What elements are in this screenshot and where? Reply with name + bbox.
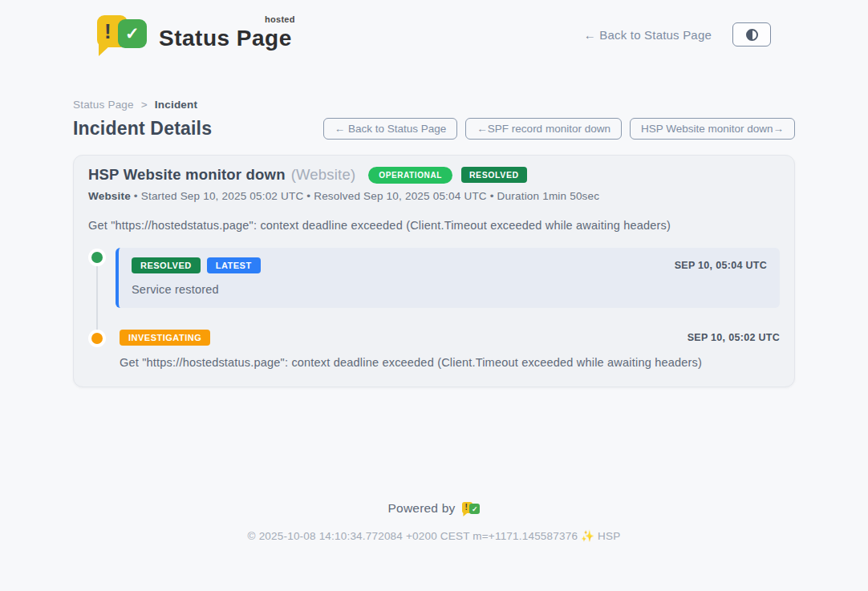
breadcrumb-separator: > — [141, 99, 148, 111]
mini-logo-bubble-tail — [463, 512, 468, 516]
theme-toggle-icon — [746, 29, 758, 41]
investigating-badge: INVESTIGATING — [120, 330, 210, 346]
operational-badge: OPERATIONAL — [368, 167, 452, 184]
timeline-entry-plain: INVESTIGATING SEP 10, 05:02 UTC Get "htt… — [116, 329, 780, 369]
resolved-badge: RESOLVED — [132, 257, 201, 273]
timeline-entry-header: RESOLVED LATEST SEP 10, 05:04 UTC — [132, 257, 767, 273]
incident-meta: Website • Started Sep 10, 2025 05:02 UTC… — [88, 190, 780, 202]
exclamation-icon: ! — [104, 19, 112, 44]
breadcrumb-incident: Incident — [155, 99, 197, 111]
status-page-logo-icon: ! ✓ — [97, 14, 148, 55]
incident-meta-details: • Started Sep 10, 2025 05:02 UTC • Resol… — [131, 190, 599, 202]
timeline-entry-message: Service restored — [132, 283, 767, 296]
header-back-link[interactable]: ← Back to Status Page — [584, 28, 712, 42]
mini-exclamation-icon: ! — [464, 503, 468, 512]
title-row: Incident Details ← Back to Status Page ←… — [73, 118, 795, 140]
timeline-entry-badges: INVESTIGATING — [120, 330, 210, 346]
timeline-entry-resolved: RESOLVED LATEST SEP 10, 05:04 UTC Servic… — [88, 248, 780, 308]
brand-superscript: hosted — [265, 14, 295, 24]
brand-logo[interactable]: ! ✓ Status Page hosted — [97, 14, 292, 55]
timeline-dot-green — [88, 249, 106, 266]
timeline-entry-timestamp: SEP 10, 05:02 UTC — [688, 332, 780, 343]
breadcrumb: Status Page > Incident — [73, 99, 795, 111]
latest-badge: LATEST — [207, 257, 261, 273]
incident-meta-component: Website — [88, 190, 131, 202]
powered-by-label: Powered by — [388, 501, 456, 516]
incident-component: (Website) — [291, 166, 356, 184]
incident-nav-buttons: ← Back to Status Page ←SPF record monito… — [323, 118, 795, 140]
copyright-text: © 2025-10-08 14:10:34.772084 +0200 CEST … — [73, 529, 795, 542]
timeline-entry-badges: RESOLVED LATEST — [132, 257, 261, 273]
mini-logo-icon: ! ✓ — [462, 500, 480, 517]
previous-incident-button[interactable]: ←SPF record monitor down — [465, 118, 622, 140]
mini-checkmark-icon: ✓ — [469, 504, 480, 514]
timeline-entry-box: RESOLVED LATEST SEP 10, 05:04 UTC Servic… — [116, 248, 780, 308]
incident-title-row: HSP Website monitor down (Website) OPERA… — [88, 166, 780, 184]
timeline-entry-message: Get "https://hostedstatus.page": context… — [120, 356, 780, 369]
incident-title: HSP Website monitor down — [88, 166, 286, 184]
timeline-entry-investigating: INVESTIGATING SEP 10, 05:02 UTC Get "htt… — [88, 329, 780, 369]
page-title: Incident Details — [73, 118, 212, 140]
back-to-status-page-button[interactable]: ← Back to Status Page — [323, 118, 458, 140]
next-incident-button[interactable]: HSP Website monitor down→ — [630, 118, 795, 140]
main-content: Status Page > Incident Incident Details … — [73, 99, 795, 542]
page-footer: Powered by ! ✓ © 2025-10-08 14:10:34.772… — [73, 500, 795, 542]
resolved-state-badge: RESOLVED — [461, 167, 527, 183]
theme-toggle-button[interactable] — [732, 22, 771, 47]
page-header: ! ✓ Status Page hosted ← Back to Status … — [0, 0, 868, 59]
timeline-entry-timestamp: SEP 10, 05:04 UTC — [675, 260, 767, 271]
timeline-entry-header: INVESTIGATING SEP 10, 05:02 UTC — [120, 330, 780, 346]
incident-timeline: RESOLVED LATEST SEP 10, 05:04 UTC Servic… — [88, 248, 780, 369]
checkmark-icon: ✓ — [118, 19, 147, 48]
incident-card: HSP Website monitor down (Website) OPERA… — [73, 155, 795, 387]
breadcrumb-status-page[interactable]: Status Page — [73, 99, 134, 111]
header-actions: ← Back to Status Page — [584, 22, 771, 47]
timeline-dot-orange — [88, 330, 106, 347]
incident-description: Get "https://hostedstatus.page": context… — [88, 219, 780, 232]
powered-by-link[interactable]: Powered by ! ✓ — [388, 500, 481, 517]
brand-name: Status Page hosted — [159, 14, 292, 51]
